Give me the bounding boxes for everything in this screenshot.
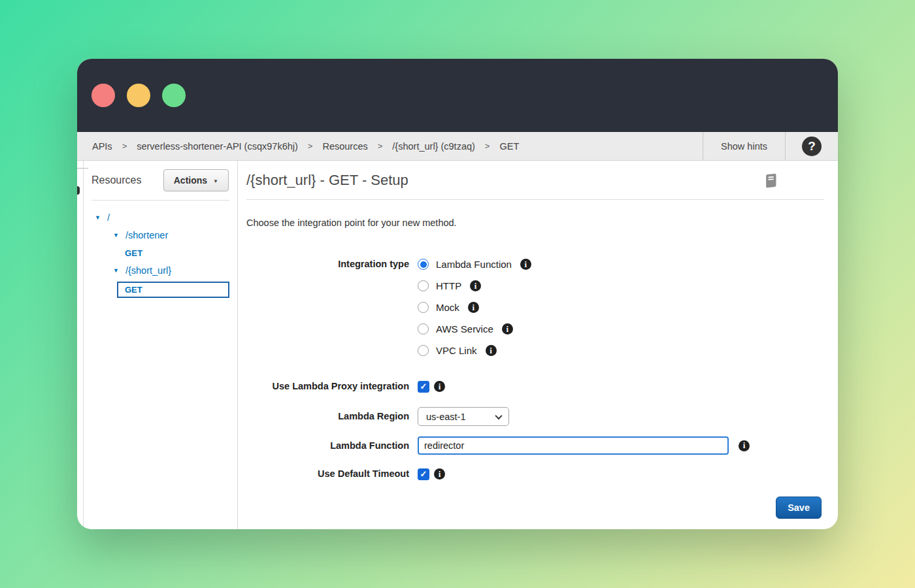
- proxy-integration-checkbox[interactable]: ✓: [418, 381, 429, 393]
- tree-item-shortener-get[interactable]: GET: [84, 246, 237, 259]
- show-hints-button[interactable]: Show hints: [703, 132, 785, 160]
- breadcrumb-item-resource-id[interactable]: /{short_url} (c9tzaq): [392, 141, 475, 152]
- resources-sidebar: Resources Actions ▼ ▼ / ▼ /shortener GET: [84, 161, 238, 529]
- option-mock[interactable]: Mock i: [418, 301, 531, 314]
- breadcrumb-item-method[interactable]: GET: [499, 141, 519, 152]
- tree-item-short-url[interactable]: ▼ /{short_url}: [84, 264, 237, 277]
- breadcrumb-item-api-name[interactable]: serverless-shortener-API (csqx97k6hj): [137, 141, 298, 152]
- info-icon[interactable]: i: [486, 345, 497, 356]
- setup-header: /{short_url} - GET - Setup: [246, 172, 824, 191]
- method-label: GET: [125, 248, 142, 258]
- info-icon[interactable]: i: [520, 259, 531, 270]
- breadcrumb-separator: >: [378, 141, 383, 151]
- maximize-button[interactable]: [162, 84, 186, 107]
- option-label: Lambda Function: [436, 259, 512, 270]
- divider: [92, 200, 229, 201]
- info-icon[interactable]: i: [434, 468, 445, 480]
- caret-down-icon: ▼: [213, 178, 218, 184]
- resource-tree: ▼ / ▼ /shortener GET ▼ /{short_url} GET: [84, 211, 237, 298]
- tree-item-short-url-get-selected[interactable]: GET: [117, 282, 229, 298]
- lambda-function-label: Lambda Function: [246, 440, 418, 452]
- caret-down-icon[interactable]: ▼: [113, 268, 119, 274]
- option-aws-service[interactable]: AWS Service i: [418, 323, 531, 335]
- option-vpc-link[interactable]: VPC Link i: [418, 344, 531, 357]
- breadcrumb-item-resources[interactable]: Resources: [322, 141, 367, 152]
- documentation-book-icon[interactable]: [763, 172, 779, 192]
- setup-form: Integration type Lambda Function i HTTP …: [246, 258, 824, 519]
- option-label: VPC Link: [436, 345, 477, 356]
- radio-button-icon[interactable]: [418, 259, 429, 270]
- close-button[interactable]: [92, 84, 115, 107]
- tree-item-shortener[interactable]: ▼ /shortener: [84, 229, 237, 242]
- divider: [246, 199, 824, 200]
- help-icon: ?: [802, 137, 822, 156]
- info-icon[interactable]: i: [434, 381, 445, 392]
- breadcrumb-bar: APIs > serverless-shortener-API (csqx97k…: [77, 132, 838, 161]
- info-icon[interactable]: i: [468, 302, 479, 313]
- app-window: APIs > serverless-shortener-API (csqx97k…: [77, 59, 838, 529]
- method-setup-panel: /{short_url} - GET - Setup Choose the in…: [238, 161, 838, 529]
- save-button[interactable]: Save: [776, 497, 822, 519]
- breadcrumb-separator: >: [485, 141, 490, 151]
- lambda-region-select[interactable]: us-east-1: [418, 407, 509, 426]
- radio-button-icon[interactable]: [418, 302, 429, 313]
- lambda-region-row: Lambda Region us-east-1: [246, 407, 824, 426]
- lambda-region-value: us-east-1: [426, 412, 465, 422]
- collapsed-panel-edge: [77, 161, 84, 529]
- tree-item-label: /{short_url}: [125, 265, 171, 276]
- integration-type-row: Integration type Lambda Function i HTTP …: [246, 258, 824, 366]
- window-titlebar: [77, 59, 838, 132]
- caret-down-icon[interactable]: ▼: [95, 215, 101, 221]
- setup-description: Choose the integration point for your ne…: [246, 218, 824, 228]
- breadcrumb-separator: >: [308, 141, 313, 151]
- caret-down-icon[interactable]: ▼: [113, 233, 119, 238]
- radio-button-icon[interactable]: [418, 323, 429, 335]
- option-label: HTTP: [436, 280, 461, 291]
- info-icon[interactable]: i: [739, 440, 750, 451]
- default-timeout-row: Use Default Timeout ✓ i: [246, 468, 824, 480]
- minimize-button[interactable]: [127, 84, 150, 107]
- page-title: /{short_url} - GET - Setup: [246, 172, 408, 189]
- proxy-integration-row: Use Lambda Proxy integration ✓ i: [246, 380, 824, 393]
- actions-button[interactable]: Actions ▼: [163, 169, 229, 191]
- save-row: Save: [246, 497, 824, 519]
- info-icon[interactable]: i: [502, 323, 513, 335]
- breadcrumb: APIs > serverless-shortener-API (csqx97k…: [77, 132, 703, 160]
- breadcrumb-item-apis[interactable]: APIs: [92, 141, 112, 152]
- proxy-integration-label: Use Lambda Proxy integration: [246, 380, 418, 393]
- breadcrumb-separator: >: [122, 141, 127, 151]
- panel-drag-handle[interactable]: [77, 186, 80, 195]
- radio-button-icon[interactable]: [418, 280, 429, 291]
- default-timeout-checkbox[interactable]: ✓: [418, 468, 429, 480]
- lambda-function-row: Lambda Function i: [246, 436, 824, 455]
- option-label: AWS Service: [436, 323, 493, 335]
- default-timeout-label: Use Default Timeout: [246, 468, 418, 480]
- tree-item-label: /: [107, 212, 110, 223]
- info-icon[interactable]: i: [470, 280, 481, 291]
- option-lambda-function[interactable]: Lambda Function i: [418, 258, 531, 270]
- panel-edge-tick: [77, 168, 88, 169]
- integration-type-options: Lambda Function i HTTP i Mock i: [418, 258, 531, 366]
- lambda-function-input[interactable]: [418, 436, 729, 455]
- actions-button-label: Actions: [174, 175, 207, 186]
- tree-item-label: /shortener: [125, 230, 168, 240]
- help-button[interactable]: ?: [786, 132, 838, 160]
- content-area: Resources Actions ▼ ▼ / ▼ /shortener GET: [77, 161, 838, 529]
- tree-item-root[interactable]: ▼ /: [84, 211, 237, 224]
- sidebar-title: Resources: [92, 174, 141, 186]
- radio-button-icon[interactable]: [418, 345, 429, 356]
- chevron-down-icon: [495, 412, 502, 419]
- lambda-region-label: Lambda Region: [246, 410, 418, 423]
- option-label: Mock: [436, 302, 459, 313]
- option-http[interactable]: HTTP i: [418, 280, 531, 292]
- integration-type-label: Integration type: [246, 258, 418, 270]
- sidebar-header: Resources Actions ▼: [84, 169, 237, 191]
